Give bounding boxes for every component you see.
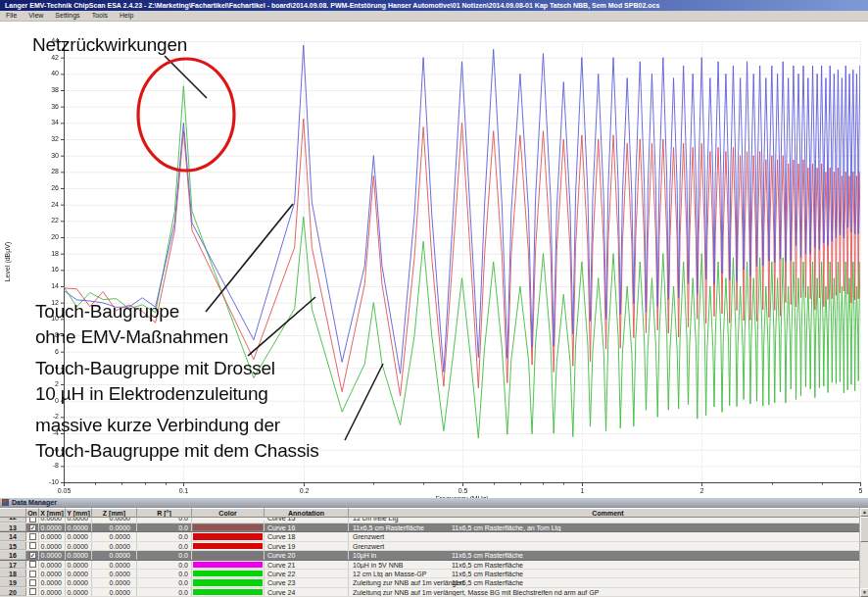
table-row[interactable]: 170.00000.00000.00000.0Curve 2110µH in 5… [0, 561, 859, 570]
row-number: 18 [0, 570, 26, 577]
data-manager-panel: Data Manager OnX [mm]Y [mm]Z [mm]R [°]Co… [0, 498, 868, 597]
chart-area: Netzrückwirkungen Touch-Baugruppe ohne E… [0, 22, 868, 498]
curve-annotation: Curve 21 [265, 561, 349, 569]
curve-comment: 10µH in 5V NNB11x6,5 cm Rasterfläche [349, 561, 859, 569]
curve-annotation: Curve 18 [265, 532, 349, 540]
curve-visible-checkbox[interactable] [29, 561, 36, 568]
scroll-up-icon[interactable]: ▲ [860, 508, 868, 517]
annotation-drossel: Touch-Baugruppe mit Drossel 10 µH in Ele… [35, 356, 275, 407]
menu-item-view[interactable]: View [23, 11, 49, 21]
menubar: FileViewSettingsToolsHelp [0, 11, 868, 22]
dm-rows: 120.00000.00000.00000.0Curve 1512 cm fre… [0, 518, 859, 597]
curve-annotation: Curve 24 [265, 588, 349, 596]
row-number: 14 [0, 532, 26, 540]
curve-visible-checkbox[interactable]: ✓ [29, 524, 36, 531]
curve-comment: Zuleitung zur NNB auf 1m verlängert11x6,… [349, 578, 859, 586]
row-number: 19 [0, 578, 26, 586]
curve-visible-checkbox[interactable] [29, 542, 36, 549]
menu-item-file[interactable]: File [0, 11, 23, 21]
curve-color-swatch[interactable] [193, 552, 263, 558]
table-row[interactable]: 180.00000.00000.00000.0Curve 2212 cm Ltg… [0, 570, 859, 578]
curve-color-swatch[interactable] [193, 562, 263, 568]
curve-color-swatch[interactable] [193, 589, 263, 595]
curve-comment: Zuleitung zur NNB auf 1m verlängert, Mas… [349, 588, 859, 596]
column-header[interactable]: Color [192, 508, 265, 518]
annotation-ohne-emv: Touch-Baugruppe ohne EMV-Maßnahmen [35, 299, 228, 350]
curve-annotation: Curve 19 [265, 542, 349, 550]
table-scrollbar[interactable]: ▲ ▼ [859, 508, 868, 597]
data-manager-titlebar[interactable]: Data Manager [0, 498, 868, 508]
curve-visible-checkbox[interactable] [29, 588, 36, 595]
curve-annotation: Curve 15 [265, 518, 349, 522]
curve-comment: Grenzwert [349, 542, 859, 550]
menu-item-tools[interactable]: Tools [86, 11, 114, 21]
table-row[interactable]: 190.00000.00000.00000.0Curve 23Zuleitung… [0, 578, 859, 587]
curve-visible-checkbox[interactable] [29, 579, 36, 586]
column-header[interactable]: Annotation [265, 508, 349, 518]
window-titlebar[interactable]: Langer EMV-Technik ChipScan ESA 2.4.23 -… [0, 0, 868, 11]
table-row[interactable]: 200.00000.00000.00000.0Curve 24Zuleitung… [0, 588, 859, 597]
row-number: 16 [0, 551, 26, 559]
curve-comment: 12 cm Ltg an Masse-GP11x6,5 cm Rasterflä… [349, 570, 859, 577]
row-number: 17 [0, 561, 26, 569]
curve-color-swatch[interactable] [193, 524, 263, 530]
curve-color-swatch[interactable] [193, 543, 263, 549]
menu-item-help[interactable]: Help [114, 11, 139, 21]
window-title: Langer EMV-Technik ChipScan ESA 2.4.23 -… [5, 2, 659, 9]
curve-visible-checkbox[interactable] [29, 571, 36, 577]
curve-comment: 11x6,5 cm Rasterfläche11x6,5 cm Rasterfl… [349, 523, 859, 531]
curve-visible-checkbox[interactable] [29, 518, 36, 522]
table-header: OnX [mm]Y [mm]Z [mm]R [°]ColorAnnotation… [0, 508, 868, 518]
column-header[interactable]: Comment [349, 508, 868, 518]
column-header[interactable]: Y [mm] [66, 508, 92, 518]
scroll-down-icon[interactable]: ▼ [860, 588, 868, 597]
data-manager-title: Data Manager [12, 499, 57, 506]
table-row[interactable]: 150.00000.00000.00000.0Curve 19Grenzwert [0, 542, 859, 551]
column-header[interactable]: Z [mm] [92, 508, 137, 518]
scroll-thumb[interactable] [860, 517, 868, 542]
column-header[interactable]: On [26, 508, 39, 518]
curve-color-swatch[interactable] [193, 579, 263, 585]
menu-item-settings[interactable]: Settings [49, 11, 85, 21]
curve-comment: 10µH in11x6,5 cm Rasterfläche [349, 551, 859, 559]
curve-annotation: Curve 20 [265, 551, 349, 559]
curve-visible-checkbox[interactable] [29, 533, 36, 540]
row-number: 13 [0, 523, 26, 531]
row-number: 20 [0, 588, 26, 596]
header-rownum [0, 508, 26, 518]
curve-annotation: Curve 22 [265, 570, 349, 577]
row-number: 15 [0, 542, 26, 550]
annotation-netzrueckwirkungen: Netzrückwirkungen [32, 32, 187, 58]
curve-color-swatch[interactable] [193, 533, 263, 539]
data-manager-icon [2, 499, 9, 506]
table-row[interactable]: 13✓0.00000.00000.00000.0Curve 1611x6,5 c… [0, 523, 859, 532]
annotation-chassis: massive kurze Verbindung der Touch-Baugr… [35, 413, 319, 464]
row-number: 12 [0, 518, 26, 522]
column-header[interactable]: X [mm] [39, 508, 66, 518]
data-manager-table: OnX [mm]Y [mm]Z [mm]R [°]ColorAnnotation… [0, 508, 868, 597]
curve-annotation: Curve 16 [265, 523, 349, 531]
table-row[interactable]: 140.00000.00000.00000.0Curve 18Grenzwert [0, 532, 859, 541]
column-header[interactable]: R [°] [137, 508, 192, 518]
curve-annotation: Curve 23 [265, 578, 349, 586]
curve-visible-checkbox[interactable]: ✓ [29, 552, 36, 559]
curve-comment: 12 cm freie Ltg [349, 518, 859, 522]
curve-comment: Grenzwert [349, 532, 859, 540]
table-row[interactable]: 16✓0.00000.00000.00000.0Curve 2010µH in1… [0, 551, 859, 560]
curve-color-swatch[interactable] [193, 571, 263, 576]
